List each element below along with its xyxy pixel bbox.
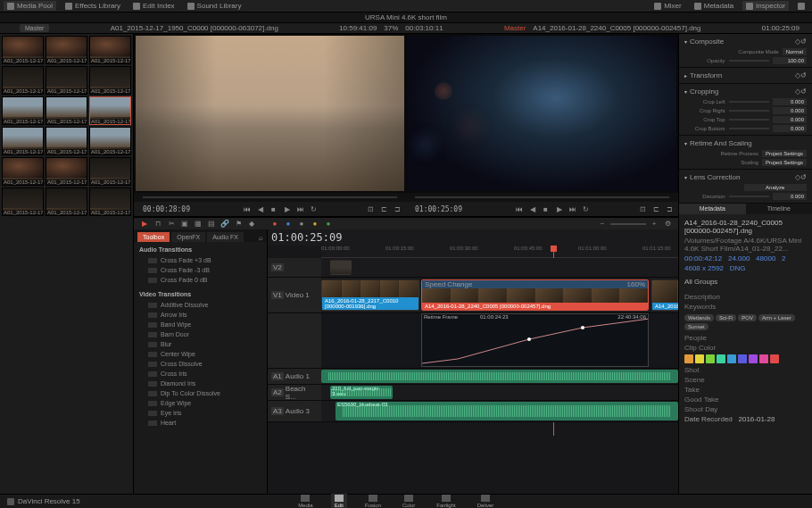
stop-button[interactable]: ■ (541, 204, 551, 214)
track-head-a3[interactable]: A3Audio 3 (268, 401, 321, 421)
clip-thumb[interactable]: A01_2015-12-17_1... (89, 127, 131, 155)
fx-item[interactable]: Cross Fade -3 dB (134, 265, 267, 275)
replace-button[interactable]: ▤ (206, 219, 217, 229)
fx-item[interactable]: Diamond Iris (134, 379, 267, 388)
opacity-slider[interactable] (729, 60, 770, 62)
retime-process-dropdown[interactable]: Project Settings (762, 150, 807, 157)
all-groups-header[interactable]: All Groups (684, 277, 807, 287)
expand-button[interactable] (794, 2, 808, 11)
crop-top-slider[interactable] (729, 119, 770, 121)
opacity-value[interactable]: 100.00 (773, 57, 807, 64)
mark-in-button[interactable]: ⊏ (650, 204, 661, 214)
crop-bottom-value[interactable]: 0.000 (773, 125, 807, 132)
crop-left-value[interactable]: 0.000 (773, 98, 807, 105)
play-button[interactable]: ▶ (282, 204, 293, 214)
timeline-scrubber[interactable] (406, 193, 678, 202)
snap-toggle[interactable]: ● (269, 219, 280, 229)
mark-in-button[interactable]: ⊏ (378, 204, 389, 214)
inspector-tab[interactable]: Inspector (742, 1, 789, 11)
clip-thumb[interactable]: A01_2015-12-17_1... (89, 66, 131, 95)
audio-clip[interactable] (321, 370, 678, 383)
first-frame-button[interactable]: ⏮ (242, 204, 253, 214)
track-head-v1[interactable]: V1Video 1 (268, 278, 321, 312)
retime-curve-editor[interactable]: Retime Frame 01:00:24:23 22:40:34:06 (421, 313, 649, 367)
clip-thumb[interactable]: A01_2015-12-17_1... (2, 187, 44, 216)
track-head-v2[interactable]: V2 (268, 258, 321, 277)
zoom-slider[interactable] (610, 223, 646, 225)
clip-color-swatches[interactable] (684, 354, 807, 363)
clip-thumb[interactable]: A01_2015-12-17_1... (2, 36, 44, 64)
insert-button[interactable]: ▣ (179, 219, 190, 229)
fx-item[interactable]: Center Wipe (134, 349, 267, 359)
crop-left-slider[interactable] (729, 101, 770, 103)
analyze-button[interactable]: Analyze (744, 184, 808, 191)
match-frame-button[interactable]: ⊡ (637, 204, 648, 214)
timeline-ruler[interactable]: 01:00:00:00 01:00:15:00 01:00:30:00 01:0… (321, 246, 678, 258)
openfx-tab[interactable]: OpenFX (171, 232, 205, 242)
reset-icon[interactable]: ↺ (800, 37, 807, 46)
fx-item[interactable]: Eye Iris (134, 408, 267, 418)
composite-section[interactable]: Composite◇↺ (679, 36, 812, 47)
clip-thumb[interactable]: A01_2015-12-17_1... (46, 127, 87, 155)
clip-thumb-selected[interactable]: A01_2015-12-17_1... (89, 96, 131, 125)
fx-item[interactable]: Cross Dissolve (134, 359, 267, 369)
prev-frame-button[interactable]: ◀ (527, 204, 538, 214)
clip-thumb[interactable]: A01_2015-12-17_1... (46, 96, 87, 125)
edit-page[interactable]: Edit (331, 494, 347, 508)
transform-section[interactable]: Transform◇↺ (679, 70, 812, 81)
blade-tool[interactable]: ✂ (166, 219, 177, 229)
overwrite-button[interactable]: ▦ (193, 219, 203, 229)
cropping-section[interactable]: Cropping◇↺ (679, 86, 812, 97)
audio-clip[interactable]: ES5690_bluebeat-03 (336, 402, 678, 421)
crop-right-slider[interactable] (729, 110, 770, 112)
link-toggle[interactable]: ● (283, 219, 294, 229)
clip-thumb[interactable]: A01_2015-12-17_1... (2, 66, 44, 95)
clip-thumb[interactable]: A01_2015-12-17_1... (46, 187, 87, 216)
mark-out-button[interactable]: ⊐ (392, 204, 402, 214)
fusion-page[interactable]: Fusion (361, 494, 385, 508)
timeline-options-button[interactable]: ⚙ (662, 219, 673, 229)
metadata-tab[interactable]: Metadata (691, 1, 737, 11)
clip-thumb[interactable]: A01_2015-12-17_1... (46, 36, 87, 64)
clip-thumb[interactable]: A01_2015-12-17_1... (2, 127, 44, 155)
flag-yellow[interactable]: ● (310, 219, 320, 229)
timeline-subtab[interactable]: Timeline (746, 204, 813, 214)
loop-button[interactable]: ↻ (581, 204, 592, 214)
crop-top-value[interactable]: 0.000 (773, 116, 807, 123)
mixer-tab[interactable]: Mixer (650, 1, 685, 11)
audiofx-tab[interactable]: Audio FX (207, 232, 244, 242)
distortion-slider[interactable] (729, 196, 770, 197)
sound-library-tab[interactable]: Sound Library (184, 1, 245, 11)
play-button[interactable]: ▶ (554, 204, 565, 214)
fx-item[interactable]: Cross Fade 0 dB (134, 275, 267, 285)
selection-tool[interactable]: ▶ (139, 219, 150, 229)
deliver-page[interactable]: Deliver (474, 494, 498, 508)
next-frame-button[interactable]: ⏭ (568, 204, 578, 214)
app-home[interactable]: DaVinci Resolve 15 (0, 497, 87, 505)
color-page[interactable]: Color (399, 494, 418, 508)
keyword-tags[interactable]: WetlandsSci-FiPOVArm + LaserSunset (684, 314, 807, 330)
zoom-out-button[interactable]: − (597, 219, 608, 229)
mark-out-button[interactable]: ⊐ (664, 204, 675, 214)
flag-button[interactable]: ⚑ (233, 219, 244, 229)
edit-index-tab[interactable]: Edit Index (129, 1, 178, 11)
composite-mode-dropdown[interactable]: Normal (783, 48, 807, 55)
fx-item[interactable]: Cross Iris (134, 369, 267, 379)
clip-thumb[interactable]: A01_2015-12-17_1... (2, 157, 44, 186)
fx-item[interactable]: Additive Dissolve (134, 300, 267, 310)
audio-clip[interactable]: 210_full_pop-magic-3.wav (330, 386, 393, 399)
video-clip-selected[interactable]: Speed Change160% A14_2016-01-28_2240_C00… (421, 279, 649, 311)
zoom-in-button[interactable]: + (649, 219, 659, 229)
lens-section[interactable]: Lens Correction◇↺ (679, 171, 812, 183)
marker-button[interactable]: ◆ (246, 219, 257, 229)
fairlight-page[interactable]: Fairlight (433, 494, 459, 508)
prev-frame-button[interactable]: ◀ (255, 204, 266, 214)
retime-section[interactable]: Retime And Scaling (679, 137, 812, 149)
fx-item[interactable]: Blur (134, 339, 267, 349)
media-pool-tab[interactable]: Media Pool (4, 1, 56, 11)
flag-green[interactable]: ● (323, 219, 334, 229)
source-viewer[interactable]: 00:00:28:09 ⏮ ◀ ■ ▶ ⏭ ↻ ⊡ ⊏ ⊐ (134, 34, 406, 216)
fx-item[interactable]: Heart (134, 418, 267, 428)
toolbox-tab[interactable]: Toolbox (137, 232, 170, 242)
zoom-pct[interactable]: 37% (384, 24, 398, 32)
